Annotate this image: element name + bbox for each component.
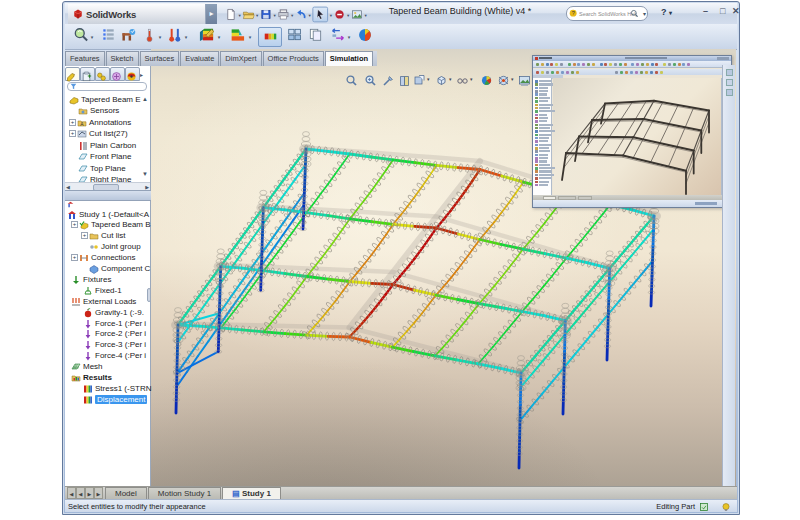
- svg-text:?: ?: [572, 10, 575, 16]
